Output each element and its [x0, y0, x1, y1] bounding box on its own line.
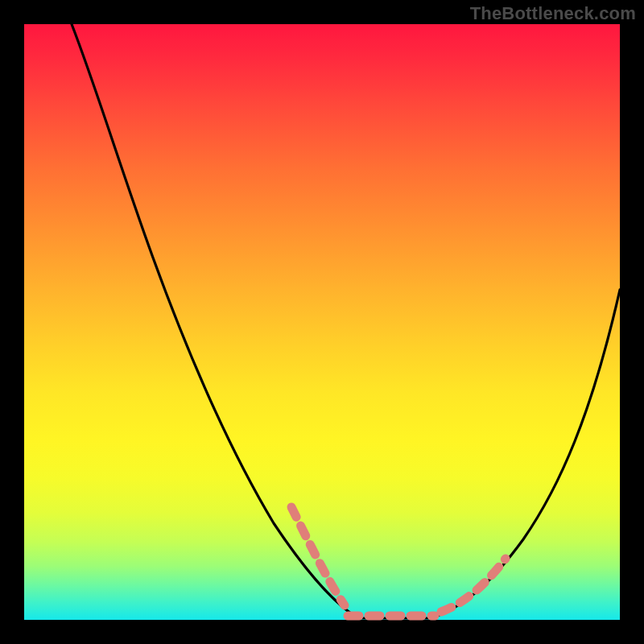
dotted-right-overlay: [441, 559, 506, 612]
plot-area: [24, 24, 620, 620]
dotted-left-overlay: [291, 507, 345, 605]
curve-left-arm: [72, 24, 358, 618]
curve-layer: [24, 24, 620, 620]
chart-stage: TheBottleneck.com: [0, 0, 644, 644]
watermark-text: TheBottleneck.com: [470, 3, 636, 24]
curve-right-arm: [431, 290, 620, 618]
